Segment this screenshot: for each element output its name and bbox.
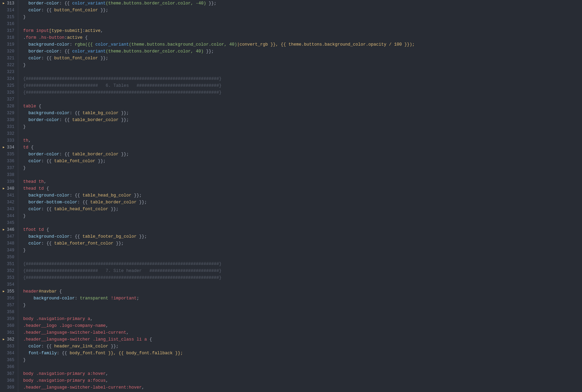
- code-line: color: {{ button_font_color }};: [23, 7, 582, 14]
- line-number: 332: [7, 130, 14, 137]
- line-number: 340: [7, 185, 14, 192]
- code-line: color: {{ table_head_font_color }};: [23, 206, 582, 213]
- code-line: .header__language-switcher-label-current…: [23, 384, 582, 391]
- code-line: {#######################################…: [23, 89, 582, 96]
- code-line: thead td {: [23, 185, 582, 192]
- code-line: form input[type-submit]:active,: [23, 27, 582, 34]
- code-line: color: {{ header_nav_link_color }};: [23, 343, 582, 350]
- code-line: background-color: {{ table_footer_bg_col…: [23, 233, 582, 240]
- code-line: [23, 364, 582, 370]
- line-number: 327: [7, 96, 14, 103]
- line-number: 334: [7, 144, 14, 151]
- line-number: 362: [7, 336, 14, 343]
- code-line: body .navigation-primary a,: [23, 316, 582, 322]
- code-line: body .navigation-primary a:focus,: [23, 377, 582, 384]
- code-line: }: [23, 14, 582, 21]
- line-number: 333: [7, 137, 14, 144]
- code-line: background-color: rgba({{ color_variant(…: [23, 41, 582, 48]
- code-line: [23, 254, 582, 261]
- line-number: 363: [7, 343, 14, 350]
- code-line: .form .hs-button:active {: [23, 34, 582, 41]
- code-line: [23, 281, 582, 288]
- line-number: 345: [7, 219, 14, 226]
- line-number: 335: [7, 151, 14, 158]
- code-line: color: {{ table_footer_font_color }};: [23, 240, 582, 247]
- line-number: 329: [7, 110, 14, 117]
- line-number: 350: [7, 254, 14, 261]
- line-number: 318: [7, 34, 14, 41]
- line-number: 364: [7, 350, 14, 357]
- code-line: thead th,: [23, 178, 582, 185]
- line-number: 352: [7, 268, 14, 274]
- line-number: 369: [7, 384, 14, 391]
- line-number: 342: [7, 199, 14, 206]
- line-number: 313: [7, 0, 14, 7]
- code-content[interactable]: border-color: {{ color_variant(theme.but…: [18, 0, 582, 392]
- line-number: 351: [7, 261, 14, 268]
- line-number: 368: [7, 377, 14, 384]
- code-line: border-color: {{ table_border_color }};: [23, 117, 582, 123]
- line-number: 337: [7, 165, 14, 171]
- code-line: {############################ 6. Tables …: [23, 82, 582, 89]
- line-number: 359: [7, 316, 14, 322]
- line-number: 361: [7, 329, 14, 336]
- code-line: }: [23, 165, 582, 171]
- code-line: [23, 96, 582, 103]
- line-number: 344: [7, 213, 14, 219]
- code-line: tfoot td {: [23, 226, 582, 233]
- line-number: 349: [7, 247, 14, 254]
- line-number: 355: [7, 288, 14, 295]
- code-line: [23, 309, 582, 316]
- code-line: border-color: {{ color_variant(theme.but…: [23, 0, 582, 7]
- line-number: 343: [7, 206, 14, 213]
- code-line: body .navigation-primary a:hover,: [23, 370, 582, 377]
- code-line: background-color: {{ table_bg_color }};: [23, 110, 582, 117]
- line-number: 324: [7, 75, 14, 82]
- line-number: 314: [7, 7, 14, 14]
- line-number: 328: [7, 103, 14, 110]
- code-line: background-color: transparent !important…: [23, 295, 582, 302]
- code-line: }: [23, 213, 582, 219]
- line-number: 322: [7, 62, 14, 69]
- code-line: border-color: {{ table_border_color }};: [23, 151, 582, 158]
- line-number: 331: [7, 123, 14, 130]
- code-line: border-bottom-color: {{ table_border_col…: [23, 199, 582, 206]
- code-line: td {: [23, 144, 582, 151]
- code-line: [23, 21, 582, 27]
- line-number: 354: [7, 281, 14, 288]
- line-number: 325: [7, 82, 14, 89]
- code-line: header#navbar {: [23, 288, 582, 295]
- line-number: 366: [7, 364, 14, 370]
- line-number: 357: [7, 302, 14, 309]
- code-line: color: {{ table_font_color }};: [23, 158, 582, 165]
- line-number: 336: [7, 158, 14, 165]
- line-number: 316: [7, 21, 14, 27]
- code-line: }: [23, 62, 582, 69]
- code-line: }: [23, 302, 582, 309]
- code-line: background-color: {{ table_head_bg_color…: [23, 192, 582, 199]
- line-numbers: 3133143153163173183193203213223233243253…: [0, 0, 18, 392]
- line-number: 341: [7, 192, 14, 199]
- code-line: .header__logo .logo-company-name,: [23, 322, 582, 329]
- line-number: 347: [7, 233, 14, 240]
- code-line: {############################ 7. Site he…: [23, 268, 582, 274]
- line-number: 317: [7, 27, 14, 34]
- line-number: 353: [7, 274, 14, 281]
- code-line: th,: [23, 137, 582, 144]
- line-number: 320: [7, 48, 14, 55]
- line-number: 346: [7, 226, 14, 233]
- line-number: 365: [7, 357, 14, 364]
- line-number: 338: [7, 171, 14, 178]
- code-line: table {: [23, 103, 582, 110]
- code-line: [23, 171, 582, 178]
- line-number: 356: [7, 295, 14, 302]
- code-line: color: {{ button_font_color }};: [23, 55, 582, 62]
- line-number: 326: [7, 89, 14, 96]
- line-number: 323: [7, 69, 14, 75]
- line-number: 330: [7, 117, 14, 123]
- line-number: 319: [7, 41, 14, 48]
- line-number: 358: [7, 309, 14, 316]
- line-number: 360: [7, 322, 14, 329]
- code-editor: 3133143153163173183193203213223233243253…: [0, 0, 582, 392]
- line-number: 339: [7, 178, 14, 185]
